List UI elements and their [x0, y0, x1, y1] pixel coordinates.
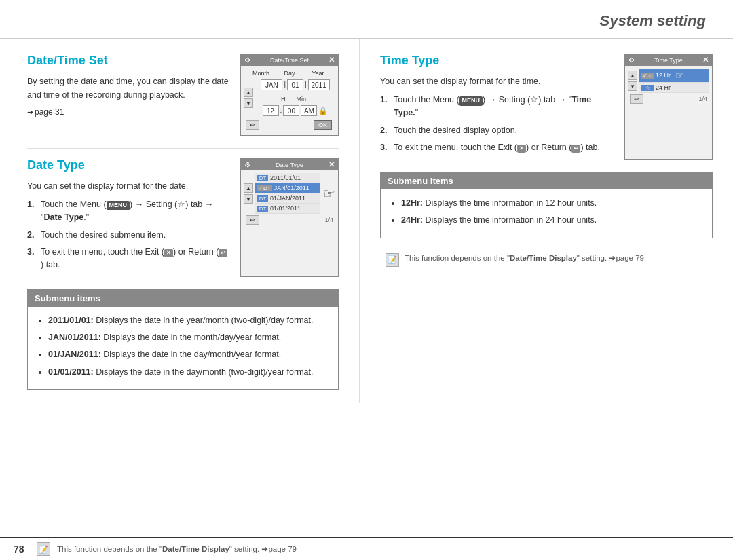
- list-item: 24Hr: Displays the time information in 2…: [401, 213, 702, 227]
- nav-col: ▲ ▼: [628, 69, 637, 93]
- left-column: Date/Time Set By setting the date and ti…: [0, 39, 360, 403]
- hour-field[interactable]: 12: [263, 105, 279, 116]
- timetype-list: ✓☆ 12 Hr ☞ ☆ 24 Hr: [639, 69, 709, 93]
- list-item: 01/JAN/2011: Displays the date in the da…: [48, 348, 328, 362]
- date-type-mock: ⚙ Date Type ✕ ▲ ▼ DT: [240, 158, 339, 277]
- right-column: Time Type You can set the display format…: [360, 39, 733, 403]
- datetime-mock-body: Month Day Year ▲ ▼ JAN |: [241, 66, 338, 135]
- step-1: 1. Touch the Menu (MENU) → Setting (☆) t…: [27, 198, 229, 224]
- dt-icon: DT: [257, 175, 268, 181]
- menu-icon: MENU: [107, 201, 130, 210]
- list-item[interactable]: DT 2011/01/01: [255, 173, 320, 183]
- page-number: 78: [14, 544, 30, 555]
- down-button[interactable]: ▼: [628, 81, 637, 91]
- datetime-set-body: By setting the date and time, you can di…: [27, 75, 229, 119]
- down-button[interactable]: ▼: [244, 98, 253, 108]
- datetime-set-section: Date/Time Set By setting the date and ti…: [27, 54, 339, 136]
- step-2: 2. Touch the desired submenu item.: [27, 229, 229, 242]
- datetime-mock-titlebar: ⚙ Date/Time Set ✕: [241, 54, 338, 66]
- time-type-submenu-body: 12Hr: Displays the time information in 1…: [381, 189, 712, 238]
- page-header: System setting: [0, 0, 733, 39]
- month-field[interactable]: JAN: [261, 79, 282, 90]
- dt-icon: DT: [257, 206, 268, 212]
- date-type-submenu-list: 2011/01/01: Displays the date in the yea…: [37, 314, 328, 379]
- time-type-steps: 1. Touch the Menu (MENU) → Setting (☆) t…: [380, 94, 614, 154]
- step-3: 3. To exit the menu, touch the Exit (✕) …: [380, 141, 614, 154]
- datetype-controls: ▲ ▼ DT 2011/01/01 ✓DT JAN/01/20: [244, 173, 335, 214]
- section-divider: [27, 148, 339, 149]
- exit-icon: ✕: [164, 249, 173, 257]
- step-1: 1. Touch the Menu (MENU) → Setting (☆) t…: [380, 94, 614, 119]
- timetype-mock-body: ▲ ▼ ✓☆ 12 Hr ☞ ☆: [625, 66, 712, 108]
- datetime-set-title: Date/Time Set: [27, 54, 229, 68]
- min-field[interactable]: 00: [283, 105, 299, 116]
- timetype-mock-titlebar: ⚙ Time Type ✕: [625, 54, 712, 66]
- gear-icon: ⚙: [628, 56, 635, 64]
- timetype-bottom: ↩ 1/4: [628, 93, 709, 105]
- list-item: 12Hr: Displays the time information in 1…: [401, 196, 702, 210]
- datetime-set-mock: ⚙ Date/Time Set ✕ Month Day Year ▲ ▼: [240, 54, 339, 136]
- up-button[interactable]: ▲: [628, 71, 637, 80]
- time-type-body: You can set the display format for the t…: [380, 75, 614, 88]
- list-item[interactable]: ✓☆ 12 Hr ☞: [639, 69, 709, 83]
- date-type-body: You can set the display format for the d…: [27, 179, 229, 193]
- nav-buttons-col: ▲ ▼: [244, 78, 253, 117]
- down-button[interactable]: ▼: [244, 194, 253, 204]
- day-field[interactable]: 01: [287, 79, 303, 90]
- list-item[interactable]: ☆ 24 Hr: [639, 83, 709, 93]
- date-type-submenu-body: 2011/01/01: Displays the date in the yea…: [28, 307, 338, 389]
- finger-cursor: ☞: [322, 173, 335, 214]
- datetype-list: DT 2011/01/01 ✓DT JAN/01/2011 DT 01/JAN/…: [255, 173, 320, 214]
- finger-cursor: ☞: [675, 70, 684, 81]
- time-type-mock: ⚙ Time Type ✕ ▲ ▼ ✓☆: [624, 54, 713, 160]
- close-icon[interactable]: ✕: [702, 56, 709, 64]
- step-2: 2. Touch the desired display option.: [380, 124, 614, 137]
- tt-icon: ☆: [641, 85, 654, 91]
- dt-icon: DT: [257, 195, 268, 202]
- date-type-content: Date Type You can set the display format…: [27, 158, 339, 277]
- timetype-controls: ▲ ▼ ✓☆ 12 Hr ☞ ☆: [628, 69, 709, 93]
- datetime-page-ref: page 31: [27, 106, 229, 119]
- year-field[interactable]: 2011: [308, 79, 330, 90]
- ampm-field[interactable]: AM: [301, 105, 317, 116]
- time-type-submenu-list: 12Hr: Displays the time information in 1…: [390, 196, 702, 228]
- date-type-steps: 1. Touch the Menu (MENU) → Setting (☆) t…: [27, 198, 229, 272]
- list-item[interactable]: ✓DT JAN/01/2011: [255, 183, 320, 193]
- note-icon: 📝: [386, 253, 399, 267]
- datetime-fields: JAN | 01 | 2011 Hr Min 12: [255, 78, 335, 117]
- datetime-controls: ▲ ▼ JAN | 01 | 2011: [244, 78, 335, 117]
- page-title: System setting: [600, 12, 707, 29]
- nav-col: ▲ ▼: [244, 173, 253, 214]
- close-icon[interactable]: ✕: [328, 160, 335, 169]
- back-button[interactable]: ↩: [630, 94, 643, 104]
- back-button[interactable]: ↩: [246, 120, 259, 130]
- datetype-mock-titlebar: ⚙ Date Type ✕: [241, 159, 338, 170]
- date-type-submenu-box: Submenu items 2011/01/01: Displays the d…: [27, 289, 339, 390]
- date-type-title: Date Type: [27, 158, 229, 172]
- footer-note-text: This function depends on the "Date/Time …: [57, 544, 297, 554]
- footer-note-icon: 📝: [37, 542, 50, 556]
- main-content: Date/Time Set By setting the date and ti…: [0, 39, 733, 403]
- back-button[interactable]: ↩: [246, 215, 259, 225]
- right-note-text: This function depends on the "Date/Time …: [405, 253, 644, 263]
- timetype-mock-title: Time Type: [654, 57, 683, 64]
- up-button[interactable]: ▲: [244, 88, 253, 97]
- tt-icon: ✓☆: [641, 73, 654, 79]
- time-type-submenu-box: Submenu items 12Hr: Displays the time in…: [380, 172, 713, 238]
- datetype-mock-body: ▲ ▼ DT 2011/01/01 ✓DT JAN/01/20: [241, 170, 338, 229]
- right-note: 📝 This function depends on the "Date/Tim…: [380, 249, 713, 271]
- list-item: JAN/01/2011: Displays the date in the mo…: [48, 331, 328, 345]
- list-item: 01/01/2011: Displays the date in the day…: [48, 365, 328, 379]
- dt-icon: ✓DT: [257, 185, 272, 191]
- list-item[interactable]: DT 01/01/2011: [255, 204, 320, 214]
- time-type-section: Time Type You can set the display format…: [380, 54, 713, 271]
- step-3: 3. To exit the menu, touch the Exit (✕) …: [27, 246, 229, 272]
- ok-button[interactable]: OK: [314, 120, 332, 130]
- menu-icon: MENU: [459, 96, 483, 106]
- datetime-mock-title: Date/Time Set: [270, 57, 309, 64]
- datetime-col-labels: Month Day Year: [244, 69, 335, 78]
- list-item[interactable]: DT 01/JAN/2011: [255, 193, 320, 204]
- close-icon[interactable]: ✕: [328, 56, 335, 64]
- time-type-content: Time Type You can set the display format…: [380, 54, 713, 160]
- up-button[interactable]: ▲: [244, 183, 253, 193]
